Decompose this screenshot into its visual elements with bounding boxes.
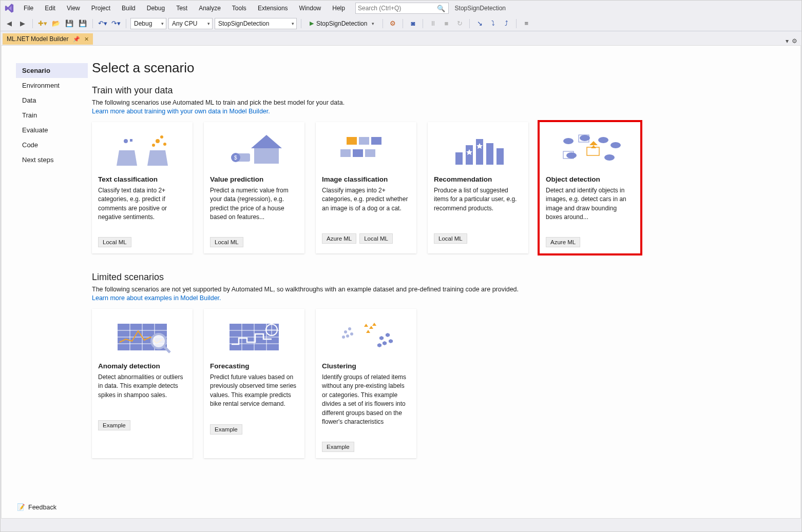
menu-extensions[interactable]: Extensions bbox=[253, 3, 293, 14]
separator bbox=[403, 19, 403, 28]
nav-step-next-steps[interactable]: Next steps bbox=[16, 152, 88, 167]
platform-dropdown[interactable]: Any CPU bbox=[168, 18, 213, 29]
new-item-icon[interactable]: ✚▾ bbox=[37, 18, 48, 29]
undo-icon[interactable]: ↶▾ bbox=[97, 18, 108, 29]
camera-icon[interactable]: ◙ bbox=[407, 18, 418, 29]
menu-tools[interactable]: Tools bbox=[227, 3, 252, 14]
card-value-prediction[interactable]: $ Value prediction Predict a numeric val… bbox=[204, 122, 304, 254]
svg-rect-21 bbox=[497, 148, 504, 165]
doc-tab-model-builder[interactable]: ML.NET Model Builder 📌 ✕ bbox=[3, 33, 93, 45]
svg-rect-31 bbox=[587, 147, 599, 155]
section-train-title: Train with your data bbox=[92, 85, 780, 96]
menu-help[interactable]: Help bbox=[327, 3, 350, 14]
tag-example: Example bbox=[322, 442, 354, 452]
section-limited-desc: The following scenarios are not yet supp… bbox=[92, 285, 780, 294]
play-icon: ▶ bbox=[310, 20, 314, 27]
menu-view[interactable]: View bbox=[62, 3, 85, 14]
step-into-icon[interactable]: ↘ bbox=[474, 18, 485, 29]
nav-step-train[interactable]: Train bbox=[16, 108, 88, 123]
menu-test[interactable]: Test bbox=[171, 3, 193, 14]
nav-step-data[interactable]: Data bbox=[16, 93, 88, 108]
card-image-classification[interactable]: Image classification Classify images int… bbox=[316, 122, 416, 254]
step-over-icon[interactable]: ⤵ bbox=[487, 18, 499, 29]
menu-project[interactable]: Project bbox=[86, 3, 116, 14]
page-title: Select a scenario bbox=[92, 60, 780, 76]
tab-overflow-icon[interactable]: ▾ bbox=[786, 37, 789, 45]
card-text-classification[interactable]: Text classification Classify text data i… bbox=[92, 122, 193, 254]
card-desc: Predict future values based on previousl… bbox=[210, 373, 298, 409]
stop-icon[interactable]: ■ bbox=[441, 18, 452, 29]
svg-text:$: $ bbox=[234, 155, 237, 161]
learn-more-examples-link[interactable]: Learn more about examples in Model Build… bbox=[92, 294, 221, 302]
save-all-icon[interactable]: 💾 bbox=[77, 18, 88, 29]
quick-launch-search[interactable]: 🔍 bbox=[355, 3, 449, 14]
card-desc: Predict a numeric value from your data (… bbox=[210, 186, 298, 222]
redo-icon[interactable]: ↷▾ bbox=[110, 18, 122, 29]
options-icon[interactable]: ≡ bbox=[521, 18, 532, 29]
nav-step-evaluate[interactable]: Evaluate bbox=[16, 123, 88, 137]
start-debugging-button[interactable]: ▶ StopSignDetection bbox=[305, 18, 378, 29]
forward-nav-icon[interactable]: ▶ bbox=[17, 18, 28, 29]
svg-point-26 bbox=[598, 137, 608, 143]
menu-file[interactable]: File bbox=[18, 3, 39, 14]
card-object-detection[interactable]: Object detection Detect and identify obj… bbox=[540, 122, 640, 254]
card-anomaly-detection[interactable]: Anomaly detection Detect abnormalities o… bbox=[92, 309, 193, 458]
config-dropdown[interactable]: Debug bbox=[130, 18, 166, 29]
nav-step-code[interactable]: Code bbox=[16, 137, 88, 152]
tool-icon[interactable]: ⚙ bbox=[387, 18, 398, 29]
main-scenarios-grid: Text classification Classify text data i… bbox=[92, 122, 780, 254]
separator bbox=[301, 19, 301, 28]
menu-analyze[interactable]: Analyze bbox=[194, 3, 226, 14]
step-out-icon[interactable]: ⤴ bbox=[501, 18, 512, 29]
feedback-link[interactable]: 📝 Feedback bbox=[17, 503, 56, 511]
svg-point-27 bbox=[610, 142, 621, 148]
menu-window[interactable]: Window bbox=[294, 3, 327, 14]
menu-edit[interactable]: Edit bbox=[40, 3, 61, 14]
feedback-label: Feedback bbox=[28, 504, 56, 511]
tag-example: Example bbox=[210, 424, 242, 435]
card-desc: Detect abnormalities or outliers in data… bbox=[98, 373, 186, 405]
search-input[interactable] bbox=[358, 5, 446, 12]
tag-azure-ml: Azure ML bbox=[322, 233, 356, 244]
pause-icon[interactable]: ⏸ bbox=[427, 18, 438, 29]
close-icon[interactable]: ✕ bbox=[84, 36, 89, 43]
svg-point-1 bbox=[160, 135, 163, 139]
back-nav-icon[interactable]: ◀ bbox=[4, 18, 15, 29]
svg-point-53 bbox=[344, 330, 347, 333]
nav-step-environment[interactable]: Environment bbox=[16, 78, 88, 93]
svg-rect-18 bbox=[466, 145, 473, 165]
menu-build[interactable]: Build bbox=[117, 3, 141, 14]
svg-rect-20 bbox=[486, 143, 493, 165]
illus-anomaly-icon bbox=[98, 316, 186, 357]
limited-scenarios-grid: Anomaly detection Detect abnormalities o… bbox=[92, 309, 780, 458]
pin-icon[interactable]: 📌 bbox=[73, 36, 80, 43]
illus-image-classification-icon bbox=[322, 129, 410, 170]
tag-example: Example bbox=[98, 420, 130, 430]
separator bbox=[92, 19, 93, 28]
card-desc: Classify images into 2+ categories, e.g.… bbox=[322, 186, 410, 218]
card-title: Forecasting bbox=[210, 362, 298, 370]
svg-rect-13 bbox=[365, 149, 375, 157]
startup-project-dropdown[interactable]: StopSignDetection bbox=[215, 18, 297, 29]
gear-icon[interactable]: ⚙ bbox=[792, 37, 797, 45]
tag-azure-ml: Azure ML bbox=[546, 237, 580, 247]
document-tab-row: ML.NET Model Builder 📌 ✕ ▾ ⚙ bbox=[1, 31, 801, 45]
save-icon[interactable]: 💾 bbox=[64, 18, 75, 29]
svg-marker-61 bbox=[372, 323, 376, 326]
illus-text-classification-icon bbox=[98, 129, 186, 170]
menu-debug[interactable]: Debug bbox=[142, 3, 170, 14]
card-clustering[interactable]: Clustering Identify groups of related it… bbox=[316, 309, 416, 458]
svg-rect-6 bbox=[254, 148, 279, 164]
restart-icon[interactable]: ↻ bbox=[454, 18, 465, 29]
card-desc: Produce a list of suggested items for a … bbox=[434, 186, 522, 218]
standard-toolbar: ◀ ▶ ✚▾ 📂 💾 💾 ↶▾ ↷▾ Debug Any CPU StopSig… bbox=[1, 16, 801, 31]
card-forecasting[interactable]: Forecasting Predict future values based … bbox=[204, 309, 304, 458]
nav-step-scenario[interactable]: Scenario bbox=[16, 63, 88, 78]
svg-rect-5 bbox=[130, 139, 132, 142]
svg-marker-63 bbox=[386, 333, 390, 337]
open-icon[interactable]: 📂 bbox=[50, 18, 62, 29]
svg-point-41 bbox=[151, 334, 166, 348]
card-recommendation[interactable]: Recommendation Produce a list of suggest… bbox=[428, 122, 528, 254]
feedback-icon: 📝 bbox=[17, 503, 25, 511]
learn-more-train-link[interactable]: Learn more about training with your own … bbox=[92, 108, 270, 115]
